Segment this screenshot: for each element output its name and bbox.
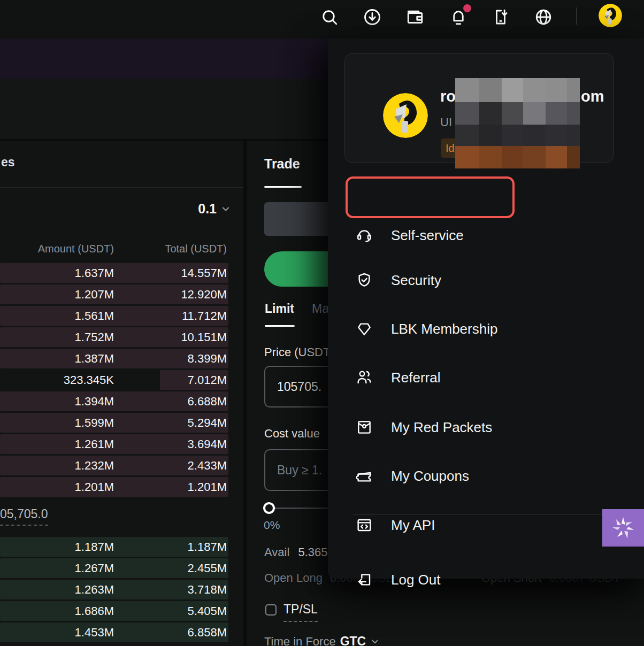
mosaic-cell (479, 102, 502, 125)
price-label: Price (USDT (264, 345, 330, 359)
chevron-down-icon (220, 204, 231, 214)
amount-cell: 1.261M (75, 437, 114, 451)
search-icon[interactable] (318, 6, 341, 28)
self-service-highlight-box (346, 176, 515, 218)
trade-tab[interactable]: Trade (264, 156, 300, 172)
ticket-icon (356, 467, 373, 484)
amount-cell: 1.207M (75, 288, 114, 302)
orderbook-tab-partial[interactable]: es (1, 155, 15, 170)
ask-row[interactable]: 1.261M3.694M (0, 434, 228, 454)
download-icon[interactable] (361, 6, 384, 28)
amount-cell: 1.599M (75, 416, 114, 430)
asks-list: 1.637M14.557M1.207M12.920M1.561M11.712M1… (0, 263, 228, 498)
amount-cell: 1.686M (75, 604, 114, 618)
tif-label: Time in Force (264, 635, 336, 646)
mosaic-cell (523, 146, 546, 168)
mosaic-cell (567, 102, 580, 125)
menu-divider (353, 514, 644, 515)
total-column-header: Total (USDT) (165, 243, 227, 255)
ask-row[interactable]: 1.637M14.557M (0, 263, 228, 283)
top-bar (0, 0, 644, 39)
mosaic-cell (567, 125, 580, 146)
bids-list: 1.187M1.187M1.267M2.455M1.263M3.718M1.68… (0, 537, 228, 644)
mid-price[interactable]: 05,705.0 (0, 507, 48, 526)
amount-cell: 1.387M (75, 352, 114, 366)
ask-row[interactable]: 323.345K7.012M (0, 370, 228, 390)
ask-row[interactable]: 1.207M12.920M (0, 284, 228, 304)
tick-size-dropdown[interactable]: 0.1 (177, 201, 231, 217)
amount-cell: 1.752M (75, 330, 114, 344)
amount-cell: 1.232M (75, 459, 114, 473)
ask-row[interactable]: 1.561M11.712M (0, 306, 228, 326)
starburst-icon (611, 516, 635, 540)
bid-row[interactable]: 1.263M3.718M (0, 580, 228, 599)
menu-item-label: Security (391, 272, 441, 289)
orderbook-divider (0, 187, 243, 188)
bid-row[interactable]: 1.686M5.405M (0, 601, 228, 621)
menu-item-label: My Red Packets (391, 419, 492, 436)
app-download-icon[interactable] (489, 6, 512, 28)
amount-cell: 323.345K (64, 373, 114, 387)
wallet-icon[interactable] (404, 6, 426, 28)
ask-row[interactable]: 1.201M1.201M (0, 477, 228, 497)
ask-row[interactable]: 1.387M8.399M (0, 349, 228, 368)
topbar-divider (576, 7, 577, 25)
mosaic-cell (455, 78, 479, 102)
ask-row[interactable]: 1.232M2.433M (0, 456, 228, 475)
bid-row[interactable]: 1.187M1.187M (0, 537, 228, 557)
mosaic-cell (546, 125, 567, 146)
tab-market-partial[interactable]: Ma (312, 302, 329, 316)
amount-cell: 1.453M (75, 626, 114, 640)
open-long-label: Open Long (264, 571, 323, 585)
mosaic-cell (546, 78, 567, 102)
api-code-icon (356, 517, 373, 534)
mosaic-cell (455, 125, 479, 146)
referral-people-icon (356, 369, 373, 386)
menu-item-lbk-membership[interactable]: LBK Membership (328, 304, 644, 353)
menu-item-label: Self-service (391, 227, 464, 244)
profile-avatar (383, 93, 428, 138)
tif-value: GTC (340, 634, 366, 646)
tpsl-checkbox[interactable] (265, 604, 277, 616)
total-cell: 14.557M (181, 266, 227, 280)
menu-item-my-red-packets[interactable]: My Red Packets (328, 403, 644, 452)
total-cell: 6.858M (188, 626, 227, 640)
total-cell: 6.688M (188, 395, 227, 409)
mosaic-cell (502, 102, 523, 125)
username-suffix: om (581, 88, 604, 105)
menu-item-my-coupons[interactable]: My Coupons (328, 451, 644, 501)
menu-item-referral[interactable]: Referral (328, 353, 644, 402)
privacy-blur-mosaic (455, 78, 580, 168)
tab-limit[interactable]: Limit (265, 302, 294, 316)
time-in-force[interactable]: Time in Force GTC (264, 634, 380, 646)
profile-card[interactable]: ro om UI Id (344, 53, 614, 163)
tpsl-label[interactable]: TP/SL (283, 602, 318, 622)
language-globe-icon[interactable] (532, 6, 555, 28)
menu-item-label: Referral (391, 370, 440, 386)
red-packet-icon (356, 419, 373, 436)
amount-cell: 1.394M (75, 395, 114, 409)
mosaic-cell (502, 125, 523, 146)
user-avatar[interactable] (599, 4, 622, 27)
ask-row[interactable]: 1.599M5.294M (0, 413, 228, 433)
total-cell: 12.920M (181, 288, 227, 302)
menu-item-log-out[interactable]: Log Out (328, 555, 644, 604)
slider-percent: 0% (264, 519, 280, 532)
amount-cell: 1.263M (75, 583, 114, 597)
ask-row[interactable]: 1.752M10.151M (0, 327, 228, 347)
bid-row[interactable]: 1.267M2.455M (0, 558, 228, 578)
user-dropdown-menu: ro om UI Id Self-service Security LBK Me… (328, 39, 644, 579)
ask-row[interactable]: 1.394M6.688M (0, 391, 228, 411)
slider-handle[interactable] (263, 502, 275, 514)
amount-column-header: Amount (USDT) (38, 243, 114, 255)
menu-item-label: Log Out (391, 572, 441, 588)
total-cell: 1.201M (188, 480, 227, 494)
total-cell: 10.151M (181, 330, 227, 344)
menu-item-my-api[interactable]: My API (328, 501, 644, 550)
mosaic-cell (479, 78, 502, 102)
floating-assistant-widget[interactable] (602, 509, 644, 547)
menu-item-security[interactable]: Security (328, 256, 644, 305)
bid-row[interactable]: 1.453M6.858M (0, 622, 228, 642)
mosaic-cell (502, 78, 523, 102)
total-cell: 1.187M (188, 540, 227, 554)
